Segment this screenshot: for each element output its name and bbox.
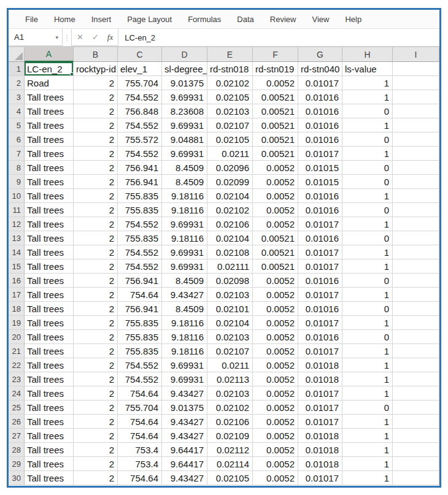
cell-G18[interactable]: 0.01016 [298, 302, 342, 316]
cell-G4[interactable]: 0.01016 [298, 104, 342, 118]
cell-B16[interactable]: 2 [74, 274, 118, 288]
cell-I10[interactable] [393, 189, 439, 203]
cell-G30[interactable]: 0.01017 [298, 471, 342, 485]
column-header-G[interactable]: G [298, 47, 342, 62]
cell-A9[interactable]: Tall trees [25, 175, 74, 189]
cell-D4[interactable]: 8.23608 [162, 104, 207, 118]
menu-tab-data[interactable]: Data [229, 15, 261, 24]
cell-H17[interactable]: 1 [342, 288, 393, 302]
cell-D6[interactable]: 9.04881 [162, 132, 207, 147]
cell-C9[interactable]: 756.941 [118, 175, 162, 189]
cell-F14[interactable]: 0.00521 [253, 245, 298, 259]
cell-E3[interactable]: 0.02105 [207, 90, 253, 104]
cell-H6[interactable]: 0 [342, 132, 393, 147]
row-header-19[interactable]: 19 [9, 316, 25, 330]
cell-F12[interactable]: 0.0052 [253, 217, 298, 231]
cell-B29[interactable]: 2 [74, 457, 118, 471]
cell-H27[interactable]: 1 [342, 429, 393, 443]
row-header-22[interactable]: 22 [9, 358, 25, 372]
cell-B17[interactable]: 2 [74, 288, 118, 302]
cell-G9[interactable]: 0.01015 [298, 175, 342, 189]
cell-A10[interactable]: Tall trees [25, 189, 74, 203]
cell-E21[interactable]: 0.02107 [207, 344, 253, 358]
cell-B24[interactable]: 2 [74, 386, 118, 401]
row-header-4[interactable]: 4 [9, 104, 25, 118]
cell-C12[interactable]: 754.552 [118, 217, 162, 231]
cell-A21[interactable]: Tall trees [25, 344, 74, 358]
cell-F20[interactable]: 0.0052 [253, 330, 298, 344]
cell-I16[interactable] [393, 274, 439, 288]
cell-G25[interactable]: 0.01017 [298, 401, 342, 415]
cell-D29[interactable]: 9.64417 [162, 457, 207, 471]
cell-B6[interactable]: 2 [74, 132, 118, 147]
row-header-7[interactable]: 7 [9, 147, 25, 161]
cell-H16[interactable]: 0 [342, 274, 393, 288]
cell-B4[interactable]: 2 [74, 104, 118, 118]
cell-C30[interactable]: 754.64 [118, 471, 162, 485]
cell-I17[interactable] [393, 288, 439, 302]
cell-G24[interactable]: 0.01017 [298, 386, 342, 401]
cell-A25[interactable]: Tall trees [25, 401, 74, 415]
cell-D16[interactable]: 8.4509 [162, 274, 207, 288]
cell-F19[interactable]: 0.0052 [253, 316, 298, 330]
cell-E19[interactable]: 0.02104 [207, 316, 253, 330]
cell-B26[interactable]: 2 [74, 415, 118, 429]
cell-I11[interactable] [393, 203, 439, 217]
cell-C13[interactable]: 755.835 [118, 231, 162, 245]
cell-C22[interactable]: 754.552 [118, 358, 162, 372]
cell-F21[interactable]: 0.0052 [253, 344, 298, 358]
cell-F3[interactable]: 0.00521 [253, 90, 298, 104]
cell-E28[interactable]: 0.02112 [207, 443, 253, 457]
cell-C11[interactable]: 755.835 [118, 203, 162, 217]
cell-A7[interactable]: Tall trees [25, 147, 74, 161]
column-header-H[interactable]: H [342, 47, 393, 62]
row-header-14[interactable]: 14 [9, 245, 25, 259]
cell-E11[interactable]: 0.02102 [207, 203, 253, 217]
cell-D30[interactable]: 9.43427 [162, 471, 207, 485]
cell-B2[interactable]: 2 [74, 76, 118, 90]
row-header-5[interactable]: 5 [9, 118, 25, 132]
cell-H12[interactable]: 1 [342, 217, 393, 231]
cell-F2[interactable]: 0.0052 [253, 76, 298, 90]
select-all-corner[interactable] [9, 47, 25, 62]
cell-C2[interactable]: 755.704 [118, 76, 162, 90]
menu-tab-review[interactable]: Review [262, 15, 304, 24]
row-header-26[interactable]: 26 [9, 415, 25, 429]
cell-G16[interactable]: 0.01016 [298, 274, 342, 288]
cell-E13[interactable]: 0.02104 [207, 231, 253, 245]
cell-A1[interactable]: LC-en_2 [25, 62, 74, 76]
cell-B11[interactable]: 2 [74, 203, 118, 217]
cell-B28[interactable]: 2 [74, 443, 118, 457]
cell-H13[interactable]: 0 [342, 231, 393, 245]
cell-F4[interactable]: 0.00521 [253, 104, 298, 118]
cell-F1[interactable]: rd-stn019 [253, 62, 298, 76]
cell-B5[interactable]: 2 [74, 118, 118, 132]
row-header-12[interactable]: 12 [9, 217, 25, 231]
cell-B8[interactable]: 2 [74, 161, 118, 175]
menu-tab-formulas[interactable]: Formulas [180, 15, 229, 24]
cell-C27[interactable]: 754.64 [118, 429, 162, 443]
cell-D13[interactable]: 9.18116 [162, 231, 207, 245]
cell-C24[interactable]: 754.64 [118, 386, 162, 401]
cell-E10[interactable]: 0.02104 [207, 189, 253, 203]
cell-E16[interactable]: 0.02098 [207, 274, 253, 288]
cell-A2[interactable]: Road [25, 76, 74, 90]
cell-A12[interactable]: Tall trees [25, 217, 74, 231]
cell-I6[interactable] [393, 132, 439, 147]
cell-A20[interactable]: Tall trees [25, 330, 74, 344]
cell-A28[interactable]: Tall trees [25, 443, 74, 457]
row-header-28[interactable]: 28 [9, 443, 25, 457]
cell-C21[interactable]: 755.835 [118, 344, 162, 358]
cell-D8[interactable]: 8.4509 [162, 161, 207, 175]
row-header-2[interactable]: 2 [9, 76, 25, 90]
cell-H22[interactable]: 1 [342, 358, 393, 372]
row-header-3[interactable]: 3 [9, 90, 25, 104]
cell-A26[interactable]: Tall trees [25, 415, 74, 429]
cell-G29[interactable]: 0.01018 [298, 457, 342, 471]
cell-F13[interactable]: 0.00521 [253, 231, 298, 245]
cell-C6[interactable]: 755.572 [118, 132, 162, 147]
formula-input[interactable]: LC-en_2 [118, 29, 439, 46]
cell-C10[interactable]: 755.835 [118, 189, 162, 203]
cell-I23[interactable] [393, 372, 439, 386]
row-header-25[interactable]: 25 [9, 401, 25, 415]
